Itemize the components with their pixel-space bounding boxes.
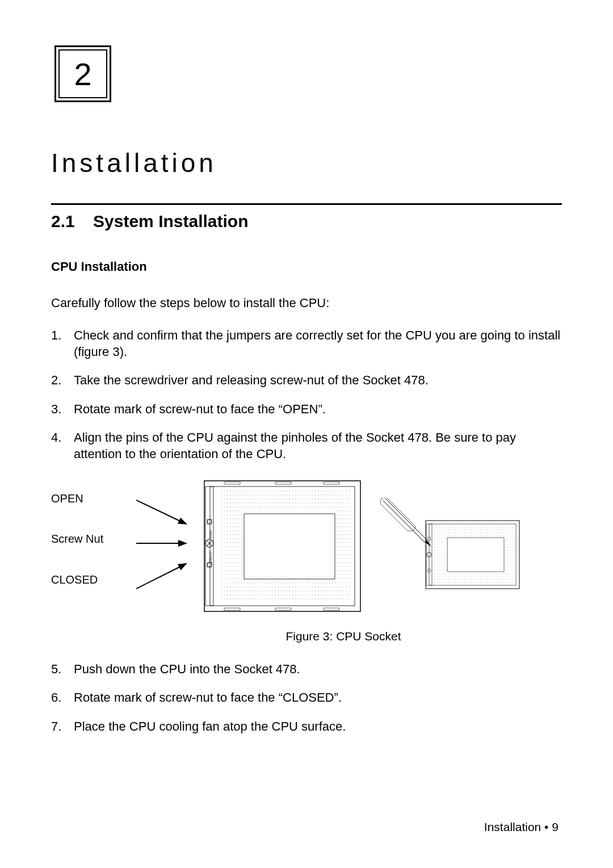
svg-point-12 (207, 519, 212, 524)
step-number: 7. (51, 719, 74, 735)
figure-caption: Figure 3: CPU Socket (125, 630, 562, 643)
svg-rect-8 (224, 608, 240, 610)
svg-rect-9 (275, 608, 291, 610)
svg-rect-5 (224, 482, 240, 484)
chapter-number-box: 2 (54, 45, 111, 102)
svg-rect-6 (275, 482, 291, 484)
subsection-title: CPU Installation (51, 259, 562, 274)
svg-line-0 (136, 500, 186, 524)
svg-line-66 (383, 501, 412, 529)
chapter-number: 2 (74, 56, 91, 93)
svg-rect-4 (210, 487, 355, 606)
chapter-title: Installation (51, 148, 562, 178)
step-text: Rotate mark of screw-nut to face the “CL… (74, 690, 342, 706)
cpu-socket-diagram: OPEN CLOSED (193, 475, 363, 617)
label-screw-nut: Screw Nut (51, 532, 131, 546)
svg-rect-72 (426, 521, 519, 589)
label-closed: CLOSED (51, 573, 131, 586)
section-number: 2.1 (51, 212, 75, 230)
svg-rect-3 (204, 481, 360, 611)
steps-list-b: 5.Push down the CPU into the Socket 478.… (51, 661, 562, 735)
step-text: Rotate mark of screw-nut to face the “OP… (74, 401, 326, 418)
svg-line-67 (385, 498, 414, 527)
list-item: 5.Push down the CPU into the Socket 478. (51, 661, 562, 678)
step-number: 4. (51, 430, 74, 462)
svg-rect-19 (244, 514, 335, 579)
list-item: 2.Take the screwdriver and releasing scr… (51, 372, 562, 389)
step-text: Place the CPU cooling fan atop the CPU s… (74, 719, 346, 735)
svg-rect-7 (324, 482, 339, 484)
label-open: OPEN (51, 492, 131, 505)
screwdriver-socket-diagram (380, 498, 522, 594)
divider (51, 203, 562, 205)
svg-rect-10 (324, 608, 339, 610)
arrows-svg (136, 475, 187, 611)
socket-open-text: OPEN (209, 530, 212, 538)
steps-list-a: 1.Check and confirm that the jumpers are… (51, 328, 562, 463)
step-number: 2. (51, 372, 74, 389)
figure-arrows (136, 475, 187, 611)
footer-text: Installation (484, 820, 541, 833)
section-title: System Installation (93, 212, 248, 230)
step-text: Align the pins of the CPU against the pi… (74, 430, 562, 462)
svg-rect-78 (447, 538, 504, 572)
list-item: 7.Place the CPU cooling fan atop the CPU… (51, 719, 562, 735)
section-heading: 2.1 System Installation (51, 212, 562, 231)
list-item: 4.Align the pins of the CPU against the … (51, 430, 562, 462)
list-item: 1.Check and confirm that the jumpers are… (51, 328, 562, 360)
socket-closed-text: CLOSED (209, 551, 212, 563)
intro-text: Carefully follow the steps below to inst… (51, 296, 562, 311)
document-page: 2 Installation 2.1 System Installation C… (0, 0, 613, 868)
page-footer: Installation • 9 (484, 820, 559, 834)
list-item: 6.Rotate mark of screw-nut to face the “… (51, 690, 562, 706)
step-number: 1. (51, 328, 74, 360)
list-item: 3.Rotate mark of screw-nut to face the “… (51, 401, 562, 418)
footer-page: 9 (552, 820, 559, 833)
figure-cpu-socket: OPEN Screw Nut CLOSED (51, 475, 562, 617)
step-number: 3. (51, 401, 74, 418)
figure-labels: OPEN Screw Nut CLOSED (51, 475, 131, 611)
step-number: 6. (51, 690, 74, 706)
footer-bullet: • (544, 820, 548, 833)
step-number: 5. (51, 661, 74, 678)
step-text: Push down the CPU into the Socket 478. (74, 661, 300, 678)
svg-line-2 (136, 564, 186, 589)
step-text: Take the screwdriver and releasing screw… (74, 372, 429, 389)
step-text: Check and confirm that the jumpers are c… (74, 328, 562, 360)
